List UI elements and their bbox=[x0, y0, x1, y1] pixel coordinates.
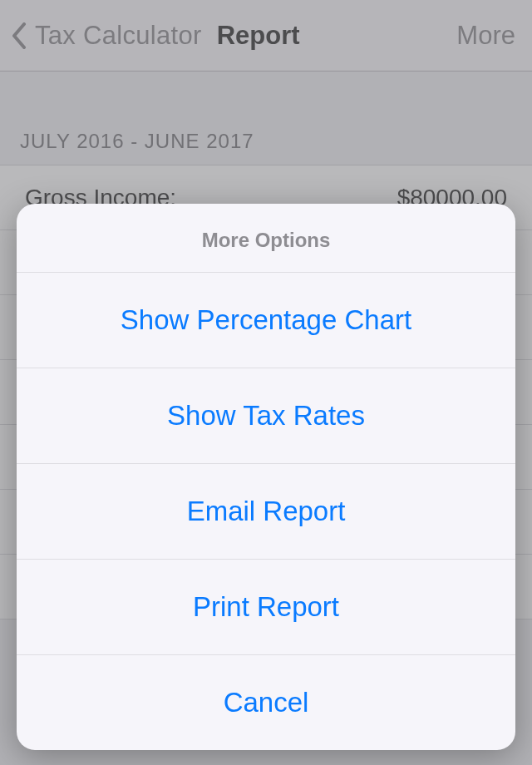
action-sheet: More Options Show Percentage Chart Show … bbox=[17, 204, 515, 750]
action-sheet-title: More Options bbox=[17, 204, 515, 273]
email-report-button[interactable]: Email Report bbox=[17, 464, 515, 560]
screen: Tax Calculator Report More JULY 2016 - J… bbox=[0, 0, 532, 765]
show-percentage-chart-button[interactable]: Show Percentage Chart bbox=[17, 273, 515, 368]
cancel-button[interactable]: Cancel bbox=[17, 655, 515, 750]
print-report-button[interactable]: Print Report bbox=[17, 560, 515, 655]
show-tax-rates-button[interactable]: Show Tax Rates bbox=[17, 368, 515, 464]
